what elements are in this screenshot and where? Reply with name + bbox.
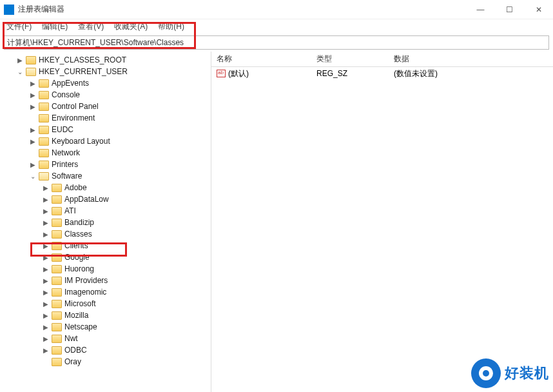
- tree-node-bandizip[interactable]: ▶Bandizip: [1, 217, 211, 228]
- value-data-cell: (数值未设置): [389, 67, 553, 81]
- chevron-down-icon[interactable]: ⌄: [28, 172, 37, 181]
- tree-node-mozilla[interactable]: ▶Mozilla: [1, 309, 211, 321]
- tree-label: IM Providers: [64, 276, 108, 285]
- tree-label: Bandizip: [64, 218, 94, 227]
- folder-icon: [39, 91, 49, 99]
- tree-node-oray[interactable]: ▶Oray: [1, 356, 211, 368]
- folder-icon: [26, 56, 36, 64]
- folder-icon: [52, 300, 62, 308]
- chevron-right-icon[interactable]: ▶: [41, 346, 50, 355]
- folder-icon: [52, 219, 62, 227]
- tree-node-console[interactable]: ▶Console: [1, 89, 211, 101]
- chevron-right-icon[interactable]: ▶: [41, 322, 50, 331]
- tree-node-nwt[interactable]: ▶Nwt: [1, 333, 211, 344]
- list-header: 名称 类型 数据: [211, 52, 553, 67]
- tree-node-imagenomic[interactable]: ▶Imagenomic: [1, 286, 211, 298]
- folder-icon: [39, 103, 49, 111]
- folder-icon: [52, 277, 62, 285]
- value-name-cell: (默认): [211, 67, 311, 81]
- chevron-right-icon[interactable]: ▶: [41, 299, 50, 308]
- chevron-right-icon[interactable]: ▶: [28, 160, 37, 169]
- menu-view[interactable]: 查看(V): [75, 20, 106, 34]
- tree-label: EUDC: [52, 125, 73, 134]
- tree-label: Keyboard Layout: [52, 137, 110, 146]
- tree-node-hkcr[interactable]: ▶HKEY_CLASSES_ROOT: [1, 54, 211, 66]
- folder-icon: [39, 137, 49, 146]
- tree-node-adobe[interactable]: ▶Adobe: [1, 182, 211, 193]
- folder-icon: [52, 346, 62, 355]
- chevron-right-icon[interactable]: ▶: [41, 183, 50, 192]
- tree-pane[interactable]: ▶HKEY_CLASSES_ROOT ⌄HKEY_CURRENT_USER ▶A…: [0, 52, 211, 392]
- tree-label: Console: [52, 90, 80, 99]
- chevron-right-icon[interactable]: ▶: [28, 125, 37, 134]
- chevron-right-icon[interactable]: ▶: [41, 311, 50, 320]
- close-button[interactable]: ✕: [524, 0, 553, 19]
- folder-icon: [39, 172, 49, 181]
- values-pane[interactable]: 名称 类型 数据 (默认) REG_SZ (数值未设置): [211, 52, 553, 392]
- column-header-type[interactable]: 类型: [311, 51, 389, 67]
- tree-label: Google: [64, 253, 90, 262]
- chevron-right-icon[interactable]: ▶: [28, 102, 37, 111]
- chevron-right-icon[interactable]: ▶: [41, 334, 50, 343]
- pathbar-container: [0, 34, 553, 52]
- tree-label: Oray: [64, 357, 81, 366]
- folder-icon: [52, 242, 62, 250]
- tree-node-eudc[interactable]: ▶EUDC: [1, 124, 211, 135]
- menu-file[interactable]: 文件(F): [4, 20, 34, 34]
- chevron-right-icon[interactable]: ▶: [41, 218, 50, 227]
- tree-node-netscape[interactable]: ▶Netscape: [1, 321, 211, 333]
- chevron-right-icon[interactable]: ▶: [41, 206, 50, 215]
- menu-help[interactable]: 帮助(H): [155, 20, 187, 34]
- tree-node-controlpanel[interactable]: ▶Control Panel: [1, 101, 211, 112]
- tree-node-keyboardlayout[interactable]: ▶Keyboard Layout: [1, 135, 211, 147]
- tree-node-network[interactable]: ▶Network: [1, 147, 211, 159]
- tree-node-microsoft[interactable]: ▶Microsoft: [1, 298, 211, 309]
- minimize-button[interactable]: —: [466, 0, 495, 19]
- chevron-right-icon[interactable]: ▶: [41, 264, 50, 273]
- chevron-right-icon[interactable]: ▶: [15, 55, 24, 64]
- tree-node-appdatalow[interactable]: ▶AppDataLow: [1, 193, 211, 205]
- folder-icon: [52, 335, 62, 343]
- tree-node-classes[interactable]: ▶Classes: [1, 228, 211, 240]
- chevron-right-icon[interactable]: ▶: [41, 276, 50, 285]
- chevron-right-icon[interactable]: ▶: [41, 241, 50, 250]
- content-area: ▶HKEY_CLASSES_ROOT ⌄HKEY_CURRENT_USER ▶A…: [0, 52, 553, 392]
- tree-label: AppEvents: [52, 79, 89, 88]
- tree-node-huorong[interactable]: ▶Huorong: [1, 263, 211, 275]
- chevron-right-icon[interactable]: ▶: [28, 90, 37, 99]
- tree-node-clients[interactable]: ▶Clients: [1, 240, 211, 251]
- chevron-right-icon[interactable]: ▶: [28, 137, 37, 146]
- value-row[interactable]: (默认) REG_SZ (数值未设置): [211, 67, 553, 80]
- chevron-right-icon[interactable]: ▶: [41, 230, 50, 239]
- maximize-button[interactable]: ☐: [495, 0, 524, 19]
- folder-icon: [52, 288, 62, 297]
- folder-icon: [52, 311, 62, 320]
- folder-icon: [52, 265, 62, 273]
- column-header-name[interactable]: 名称: [211, 51, 311, 67]
- tree-label: Network: [52, 148, 80, 157]
- tree-node-improviders[interactable]: ▶IM Providers: [1, 275, 211, 286]
- tree-label: Control Panel: [52, 102, 99, 111]
- tree-node-environment[interactable]: ▶Environment: [1, 112, 211, 124]
- chevron-right-icon[interactable]: ▶: [41, 195, 50, 204]
- tree-node-google[interactable]: ▶Google: [1, 251, 211, 263]
- menu-edit[interactable]: 编辑(E): [39, 20, 70, 34]
- tree-label: Classes: [64, 230, 92, 239]
- tree-node-odbc[interactable]: ▶ODBC: [1, 344, 211, 356]
- address-bar[interactable]: [4, 35, 549, 50]
- tree-label: ATI: [64, 206, 76, 215]
- chevron-down-icon[interactable]: ⌄: [15, 67, 24, 76]
- chevron-right-icon[interactable]: ▶: [41, 253, 50, 262]
- tree-node-hkcu[interactable]: ⌄HKEY_CURRENT_USER: [1, 66, 211, 77]
- chevron-right-icon[interactable]: ▶: [28, 79, 37, 88]
- tree-node-software[interactable]: ⌄Software: [1, 170, 211, 182]
- tree-label: Huorong: [64, 264, 94, 273]
- tree-label: Adobe: [64, 183, 87, 192]
- chevron-right-icon[interactable]: ▶: [41, 288, 50, 297]
- string-value-icon: [217, 70, 226, 77]
- menu-favorites[interactable]: 收藏夹(A): [112, 20, 150, 34]
- tree-node-printers[interactable]: ▶Printers: [1, 159, 211, 170]
- tree-node-appevents[interactable]: ▶AppEvents: [1, 77, 211, 89]
- tree-node-ati[interactable]: ▶ATI: [1, 205, 211, 217]
- column-header-data[interactable]: 数据: [389, 51, 553, 67]
